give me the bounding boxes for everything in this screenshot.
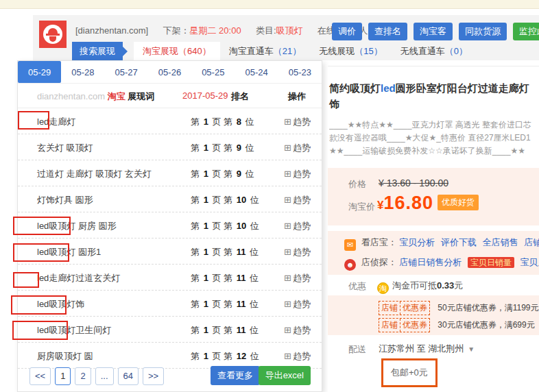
brand-watermark: dianzhentan.com [37,91,105,101]
delivery-route: 江苏常州 至 湖北荆州 [379,343,464,354]
display-tabs: 搜索展现 淘宝展现（640） 淘宝直通车（21） 无线展现（15） 无线直通车（… [72,42,477,60]
trend-chart-icon: ⊞ [284,117,291,127]
table-row: 灯饰灯具 圆形 第 1 页 第 10 位 ⊞趋势 [18,186,322,212]
coin-text: 淘金币可抵 [392,280,437,291]
annotation-box [11,295,67,315]
trend-link[interactable]: ⊞趋势 [284,324,311,336]
dianzhentan-row: ☻ 店侦探： 店铺日销售分析 宝贝日销量 宝贝展现词 [344,256,539,271]
delivery-route-dropdown[interactable]: 江苏常州 至 湖北荆州▼ [379,343,475,355]
coupon-text: 30元店铺优惠券，满699元 [438,320,534,330]
daily-sales-analysis-link[interactable]: 店铺日销售分析 [399,257,462,267]
date-tab-05-28[interactable]: 05-28 [61,61,104,83]
coupon-block: 店铺优惠券 50元店铺优惠券，满1199元 店铺优惠券 30元店铺优惠券，满69… [328,295,539,335]
tab-label: 淘宝直通车 [229,46,274,56]
trend-link[interactable]: ⊞趋势 [284,116,311,128]
tab-wireless-display[interactable]: 无线展现（15） [310,42,391,60]
dianzhentan-icon: ☻ [344,259,356,271]
trend-link[interactable]: ⊞趋势 [284,194,311,206]
rank-column-header: 排名 [231,90,249,103]
shop-sales-link[interactable]: 全店销售 [483,237,518,247]
trend-link[interactable]: ⊞趋势 [284,298,311,310]
item-daily-sales-badge[interactable]: 宝贝日销量 [468,257,514,268]
coupon-badge-right: 优惠券 [400,302,429,315]
item-display-words-link[interactable]: 宝贝展现词 [520,257,539,267]
page-next-button[interactable]: >> [143,367,164,385]
keyword-link[interactable]: 过道灯 走廊灯 吸顶灯 玄关灯 [37,168,152,180]
item-analysis-link[interactable]: 宝贝分析 [399,237,435,247]
shop-coupon-badge[interactable]: 店铺优惠券 [379,318,430,332]
page-2-button[interactable]: 2 [75,367,91,385]
rank-text: 第 1 页 第 8 位 [191,116,254,128]
original-price: ¥ 13.60 - 190.00 [379,177,448,188]
header-buttons: 调价 查排名 淘宝客 同款货源 监控此店铺 [332,23,539,40]
trend-link[interactable]: ⊞趋势 [284,272,311,284]
discount-label: 优惠 [348,280,366,293]
date-tab-05-29[interactable]: 05-29 [18,61,61,83]
adjust-price-button[interactable]: 调价 [332,23,362,40]
description-line: 款没有遥控器哦____★大促★_特惠价 直径27厘米LED1 [329,132,539,145]
offshelf-value: 星期二 20:00 [189,25,241,36]
delivery-row: 配送 江苏常州 至 湖北荆州▼ [328,342,539,358]
date-tab-05-23[interactable]: 05-23 [278,61,322,83]
annotation-box [13,272,39,288]
shop-coupon-badge[interactable]: 店铺优惠券 [379,301,430,315]
view-more-button[interactable]: 查看更多 [211,366,260,385]
trend-link[interactable]: ⊞趋势 [284,142,311,154]
dianzhentan-logo-icon[interactable] [39,21,67,48]
tab-label: 无线直通车 [400,46,445,56]
trend-label: 趋势 [293,143,311,153]
trend-chart-icon: ⊞ [284,325,291,335]
date-tab-05-26[interactable]: 05-26 [148,61,191,83]
tab-count: （21） [274,46,301,56]
trend-link[interactable]: ⊞趋势 [284,350,311,363]
tab-taobao-display[interactable]: 淘宝展现（640） [134,42,220,60]
coupon-text: 50元店铺优惠券，满1199元 [438,303,538,313]
dianzhentan-label: 店侦探： [361,257,397,267]
rank-text: 第 1 页 第 11 位 [191,324,259,336]
taobao-price-label: 淘宝价 [348,201,375,213]
monitor-shop-button[interactable]: 监控此店铺 [513,23,539,40]
tab-label: 无线展现 [319,46,355,56]
keyword-link[interactable]: 厨房吸顶灯 圆 [37,350,93,363]
review-download-link[interactable]: 评价下载 [441,237,477,247]
trend-link[interactable]: ⊞趋势 [284,168,311,180]
trend-label: 趋势 [293,169,311,179]
tab-count: （640） [178,46,211,56]
table-title-red: 淘宝 [108,91,125,101]
shop-header: [dianzhentan.com] 下架：星期二 20:00 类目:吸顶灯 在线… [33,15,539,60]
page-1-button[interactable]: 1 [55,367,71,385]
app-window: [dianzhentan.com] 下架：星期二 20:00 类目:吸顶灯 在线… [0,0,539,392]
tab-wireless-ztc[interactable]: 无线直通车（0） [392,42,477,60]
tab-search-display[interactable]: 搜索展现 [72,42,123,60]
product-title[interactable]: 简约吸顶灯led圆形卧室灯阳台灯过道走廊灯饰 [329,80,538,112]
rank-text: 第 1 页 第 12 位 [191,350,259,363]
taobaoke-button[interactable]: 淘宝客 [414,23,453,40]
annotation-box [13,243,69,262]
page-64-button[interactable]: 64 [118,367,139,385]
price-label: 价格 [348,178,366,191]
description-line: ★★____运输破损免费补发☆☆承诺坏了换新____★★ [329,145,539,158]
trend-link[interactable]: ⊞趋势 [284,220,311,232]
title-part: 简约吸顶灯 [329,82,381,94]
trend-label: 趋势 [293,247,311,257]
price-block: 价格 ¥ 13.60 - 190.00 淘宝价 ¥16.80优质好货 [328,168,539,225]
shop-analysis-link[interactable]: 店铺分析 [524,237,539,247]
keyword-link[interactable]: 灯饰灯具 圆形 [37,194,93,206]
keyword-link[interactable]: led走廊灯过道玄关灯 [37,272,120,284]
date-tab-05-27[interactable]: 05-27 [105,61,148,83]
date-tab-05-25[interactable]: 05-25 [191,61,235,83]
export-excel-button[interactable]: 导出excel [259,366,311,385]
kandianbao-label: 看店宝： [361,237,397,247]
same-goods-button[interactable]: 同款货源 [459,23,507,40]
action-column-header: 操作 [288,90,306,103]
trend-label: 趋势 [293,351,311,361]
trend-label: 趋势 [293,273,311,283]
detective-brim-icon [46,34,60,36]
tab-taobao-ztc[interactable]: 淘宝直通车（21） [220,42,310,60]
check-rank-button[interactable]: 查排名 [368,23,407,40]
shop-id: [dianzhentan.com] [75,25,148,36]
page-prev-button[interactable]: << [29,367,51,385]
keyword-link[interactable]: 玄关灯 吸顶灯 [37,142,93,154]
trend-link[interactable]: ⊞趋势 [284,246,311,258]
date-tab-05-24[interactable]: 05-24 [235,61,278,83]
